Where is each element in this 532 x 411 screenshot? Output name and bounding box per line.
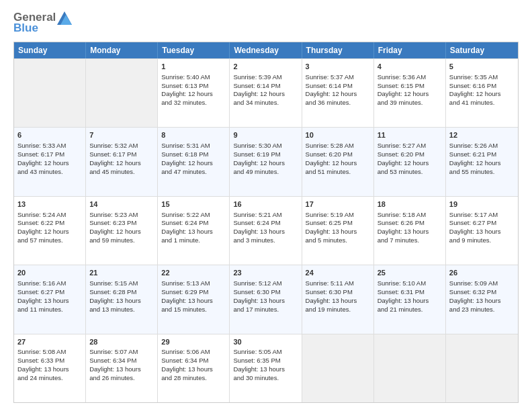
day-info-line: Daylight: 12 hours — [378, 159, 442, 168]
day-number: 10 — [306, 130, 370, 140]
cal-cell: 8Sunrise: 5:31 AMSunset: 6:18 PMDaylight… — [158, 128, 230, 195]
day-info-line: Sunset: 6:33 PM — [17, 357, 82, 365]
page: General Blue SundayMondayTuesdayWednesda… — [0, 0, 532, 411]
cal-cell: 14Sunrise: 5:23 AMSunset: 6:23 PMDayligh… — [86, 197, 158, 265]
day-info-line: Daylight: 13 hours — [233, 365, 298, 374]
cal-cell: 28Sunrise: 5:07 AMSunset: 6:34 PMDayligh… — [86, 334, 158, 402]
day-info-line: and 26 minutes. — [89, 374, 154, 383]
day-number: 7 — [89, 130, 154, 140]
day-number: 5 — [449, 62, 515, 72]
day-number: 9 — [233, 130, 298, 140]
day-info-line: Daylight: 13 hours — [378, 297, 442, 306]
logo-blue-text: Blue — [13, 21, 72, 35]
day-number: 4 — [378, 62, 442, 72]
header: General Blue — [13, 11, 519, 35]
day-info-line: Daylight: 13 hours — [161, 297, 226, 306]
cal-cell: 7Sunrise: 5:32 AMSunset: 6:17 PMDaylight… — [86, 128, 158, 195]
cal-cell — [374, 334, 446, 402]
day-number: 28 — [89, 337, 154, 347]
day-info-line: and 55 minutes. — [449, 168, 515, 177]
day-info-line: Daylight: 12 hours — [449, 159, 515, 168]
day-info-line: Sunrise: 5:17 AM — [449, 211, 515, 220]
day-info-line: Daylight: 12 hours — [306, 159, 370, 168]
day-number: 27 — [17, 337, 82, 347]
cal-cell: 13Sunrise: 5:24 AMSunset: 6:22 PMDayligh… — [14, 197, 86, 265]
cal-cell: 22Sunrise: 5:13 AMSunset: 6:29 PMDayligh… — [158, 265, 230, 333]
day-info-line: Daylight: 12 hours — [17, 228, 82, 236]
day-number: 19 — [449, 199, 515, 210]
day-info-line: Sunset: 6:16 PM — [449, 82, 515, 91]
calendar-header: SundayMondayTuesdayWednesdayThursdayFrid… — [14, 42, 518, 58]
day-info-line: and 43 minutes. — [17, 168, 82, 177]
day-info-line: and 47 minutes. — [161, 168, 226, 177]
cal-cell: 27Sunrise: 5:08 AMSunset: 6:33 PMDayligh… — [14, 334, 86, 402]
cal-cell: 6Sunrise: 5:33 AMSunset: 6:17 PMDaylight… — [14, 128, 86, 195]
day-info-line: Sunset: 6:35 PM — [233, 357, 298, 365]
day-number: 24 — [306, 268, 370, 278]
cal-cell: 30Sunrise: 5:05 AMSunset: 6:35 PMDayligh… — [230, 334, 302, 402]
day-info-line: Sunset: 6:31 PM — [378, 288, 442, 297]
day-info-line: Sunset: 6:17 PM — [89, 150, 154, 159]
day-info-line: Sunrise: 5:26 AM — [449, 142, 515, 150]
day-info-line: Sunset: 6:26 PM — [378, 219, 442, 228]
day-info-line: Daylight: 12 hours — [89, 159, 154, 168]
day-info-line: and 51 minutes. — [306, 168, 370, 177]
day-info-line: and 32 minutes. — [161, 99, 226, 107]
day-info-line: and 36 minutes. — [306, 99, 370, 107]
cal-week-5: 27Sunrise: 5:08 AMSunset: 6:33 PMDayligh… — [14, 334, 518, 402]
day-info-line: Sunrise: 5:06 AM — [161, 348, 226, 357]
day-info-line: Sunset: 6:18 PM — [161, 150, 226, 159]
day-info-line: Daylight: 13 hours — [449, 228, 515, 236]
day-info-line: Sunrise: 5:40 AM — [161, 73, 226, 82]
day-number: 30 — [233, 337, 298, 347]
day-info-line: Daylight: 13 hours — [17, 297, 82, 306]
day-info-line: Daylight: 12 hours — [378, 90, 442, 99]
day-info-line: Sunset: 6:20 PM — [306, 150, 370, 159]
day-info-line: Daylight: 13 hours — [378, 228, 442, 236]
day-info-line: and 23 minutes. — [449, 306, 515, 314]
day-number: 22 — [161, 268, 226, 278]
cal-week-4: 20Sunrise: 5:16 AMSunset: 6:27 PMDayligh… — [14, 265, 518, 333]
cal-cell: 11Sunrise: 5:27 AMSunset: 6:20 PMDayligh… — [374, 128, 446, 195]
day-info-line: Sunset: 6:21 PM — [449, 150, 515, 159]
day-info-line: Daylight: 12 hours — [89, 228, 154, 236]
cal-cell: 10Sunrise: 5:28 AMSunset: 6:20 PMDayligh… — [302, 128, 374, 195]
day-info-line: Sunrise: 5:19 AM — [306, 211, 370, 220]
cal-cell — [302, 334, 374, 402]
cal-header-monday: Monday — [86, 42, 158, 58]
day-info-line: Daylight: 12 hours — [17, 159, 82, 168]
cal-cell: 23Sunrise: 5:12 AMSunset: 6:30 PMDayligh… — [230, 265, 302, 333]
day-info-line: and 53 minutes. — [378, 168, 442, 177]
day-info-line: Sunset: 6:29 PM — [161, 288, 226, 297]
day-info-line: and 15 minutes. — [161, 306, 226, 314]
cal-cell: 17Sunrise: 5:19 AMSunset: 6:25 PMDayligh… — [302, 197, 374, 265]
day-info-line: Daylight: 13 hours — [233, 297, 298, 306]
day-info-line: Sunrise: 5:36 AM — [378, 73, 442, 82]
day-info-line: Sunset: 6:24 PM — [233, 219, 298, 228]
cal-cell: 16Sunrise: 5:21 AMSunset: 6:24 PMDayligh… — [230, 197, 302, 265]
cal-header-sunday: Sunday — [14, 42, 86, 58]
day-number: 16 — [233, 199, 298, 210]
day-info-line: and 3 minutes. — [233, 236, 298, 245]
cal-week-1: 1Sunrise: 5:40 AMSunset: 6:13 PMDaylight… — [14, 58, 518, 127]
day-number: 11 — [378, 130, 442, 140]
day-info-line: and 1 minute. — [161, 236, 226, 245]
day-number: 14 — [89, 199, 154, 210]
cal-header-tuesday: Tuesday — [158, 42, 230, 58]
day-info-line: Sunrise: 5:18 AM — [378, 211, 442, 220]
day-info-line: Sunrise: 5:07 AM — [89, 348, 154, 357]
cal-header-thursday: Thursday — [302, 42, 374, 58]
day-info-line: Sunrise: 5:23 AM — [89, 211, 154, 220]
day-info-line: Daylight: 13 hours — [89, 297, 154, 306]
day-number: 15 — [161, 199, 226, 210]
day-info-line: Sunset: 6:13 PM — [161, 82, 226, 91]
day-info-line: Sunrise: 5:22 AM — [161, 211, 226, 220]
cal-cell: 3Sunrise: 5:37 AMSunset: 6:14 PMDaylight… — [302, 59, 374, 127]
cal-cell: 15Sunrise: 5:22 AMSunset: 6:24 PMDayligh… — [158, 197, 230, 265]
day-info-line: Daylight: 13 hours — [449, 297, 515, 306]
day-info-line: Sunset: 6:34 PM — [161, 357, 226, 365]
cal-week-3: 13Sunrise: 5:24 AMSunset: 6:22 PMDayligh… — [14, 196, 518, 265]
cal-week-2: 6Sunrise: 5:33 AMSunset: 6:17 PMDaylight… — [14, 127, 518, 195]
day-info-line: Sunset: 6:25 PM — [306, 219, 370, 228]
cal-cell — [14, 59, 86, 127]
